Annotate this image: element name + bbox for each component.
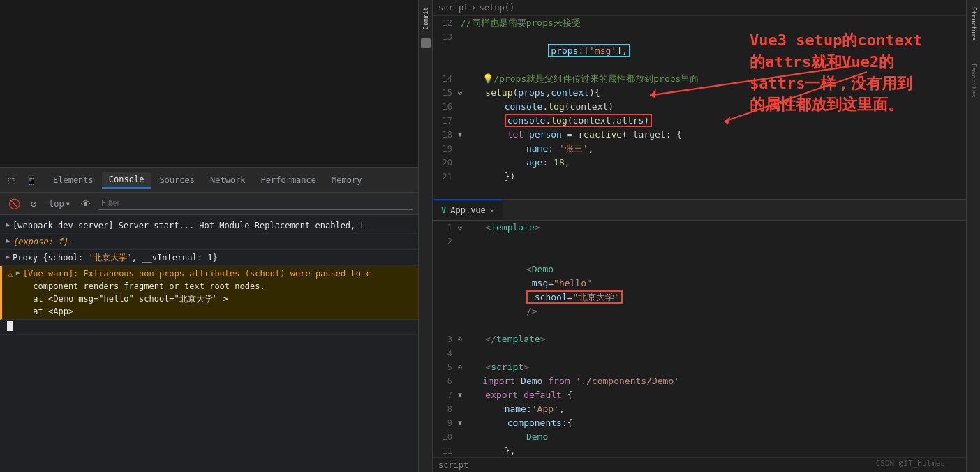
console-text-expose: {expose: f}	[13, 235, 413, 248]
sidebar-icon[interactable]	[421, 38, 431, 48]
editor-panel: Commit script › setup() 12 //同样也是需要props…	[419, 0, 980, 472]
breadcrumb-script: script	[438, 3, 468, 13]
tab-console[interactable]: Console	[102, 172, 151, 189]
vue-icon: V	[441, 205, 446, 215]
console-text-webpack: [webpack-dev-server] Server start... Hot…	[13, 219, 413, 232]
sidebar-favorites[interactable]: Favorites	[969, 59, 979, 102]
editor-sidebar: Commit	[419, 0, 433, 472]
inspect-icon[interactable]: ⬚	[3, 172, 20, 189]
console-text-warn: [Vue warn]: Extraneous non-props attribu…	[23, 267, 413, 318]
tab-sources[interactable]: Sources	[152, 172, 202, 188]
file-tab-label: App.vue	[450, 205, 486, 215]
console-text-proxy: Proxy {school: '北京大学', __vInternal: 1}	[13, 251, 413, 264]
code-line-15: 15 ⊘ setup(props,context){	[433, 86, 966, 100]
console-line-webpack: ▶ [webpack-dev-server] Server start... H…	[0, 218, 418, 234]
code-line-18: 18 ▼ let person = reactive( target: {	[433, 128, 966, 142]
expand-arrow-webpack[interactable]: ▶	[6, 219, 10, 230]
code-area-bottom: 1 ⊘ <template> 2 <Demo msg="hello" schoo…	[433, 221, 966, 472]
console-toolbar: 🚫 ⊘ top ▾ 👁	[0, 193, 418, 215]
code-area-top: 12 //同样也是需要props来接受 13 props:['msg'], 14…	[433, 16, 966, 199]
top-label: top	[49, 199, 64, 209]
code-line-13: 13 props:['msg'],	[433, 30, 966, 72]
editor-main: script › setup() 12 //同样也是需要props来接受 13 …	[433, 0, 966, 472]
code-line-17: 17 console.log(context.attrs)	[433, 114, 966, 128]
app-line-10: 10 Demo	[433, 430, 966, 444]
warn-icon: ⚠	[8, 267, 13, 281]
eye-icon[interactable]: 👁	[77, 196, 94, 212]
expand-arrow-proxy[interactable]: ▶	[6, 251, 10, 262]
console-content: ▶ [webpack-dev-server] Server start... H…	[0, 215, 418, 472]
editor-bottom-section: V App.vue ✕ 1 ⊘ <template> 2	[433, 200, 966, 472]
console-line-proxy: ▶ Proxy {school: '北京大学', __vInternal: 1}	[0, 250, 418, 266]
toolbar-icons: 🚫 ⊘	[6, 196, 42, 212]
app-line-1: 1 ⊘ <template>	[433, 221, 966, 235]
app-line-8: 8 name:'App',	[433, 402, 966, 416]
code-line-16: 16 console.log(context)	[433, 100, 966, 114]
csdn-watermark: CSDN @IT_Holmes	[876, 459, 945, 468]
file-tabbar: V App.vue ✕	[433, 200, 966, 221]
app-line-2: 2 <Demo msg="hello" school="北京大学" />	[433, 235, 966, 332]
filter-input[interactable]	[98, 197, 413, 210]
filter-icon[interactable]: ⊘	[25, 196, 42, 212]
breadcrumb-top: script › setup()	[433, 0, 966, 16]
console-cursor	[7, 321, 13, 331]
devtools-panel: ⬚ 📱 Elements Console Sources Network Per…	[0, 0, 419, 472]
sidebar-structure[interactable]: Structure	[969, 3, 979, 45]
app-line-6: 6 import Demo from './components/Demo'	[433, 374, 966, 388]
app-line-5: 5 ⊘ <script>	[433, 360, 966, 374]
clear-console-icon[interactable]: 🚫	[6, 196, 22, 212]
tab-memory[interactable]: Memory	[325, 172, 369, 188]
console-cursor-line[interactable]	[0, 320, 418, 335]
devtools-icons: ⬚ 📱	[3, 172, 39, 189]
console-line-expose: ▶ {expose: f}	[0, 234, 418, 250]
selector-arrow: ▾	[66, 199, 70, 209]
code-line-12: 12 //同样也是需要props来接受	[433, 16, 966, 30]
code-line-19: 19 name: '张三',	[433, 142, 966, 156]
editor-top-section: script › setup() 12 //同样也是需要props来接受 13 …	[433, 0, 966, 200]
tab-network[interactable]: Network	[203, 172, 253, 188]
devtools-tabbar: ⬚ 📱 Elements Console Sources Network Per…	[0, 168, 418, 193]
context-selector[interactable]: top ▾	[46, 198, 73, 210]
sidebar-commit[interactable]: Commit	[421, 3, 431, 34]
code-line-20: 20 age: 18,	[433, 156, 966, 170]
app-line-3: 3 ⊘ </template>	[433, 332, 966, 346]
tab-performance[interactable]: Performance	[254, 172, 323, 188]
app-line-11: 11 },	[433, 444, 966, 458]
expand-arrow-expose[interactable]: ▶	[6, 235, 10, 246]
code-line-14: 14 💡/props就是父组件传过来的属性都放到props里面	[433, 72, 966, 86]
device-icon[interactable]: 📱	[22, 172, 39, 189]
breadcrumb-setup: setup()	[480, 3, 515, 13]
app-line-4: 4	[433, 346, 966, 360]
app-line-7: 7 ▼ export default {	[433, 388, 966, 402]
file-tab-close[interactable]: ✕	[490, 207, 494, 214]
console-line-warn: ⚠ ▶ [Vue warn]: Extraneous non-props att…	[0, 266, 418, 320]
file-tab-appvue[interactable]: V App.vue ✕	[433, 200, 503, 220]
right-sidebar: Structure Favorites	[966, 0, 980, 472]
expand-arrow-warn[interactable]: ▶	[16, 267, 20, 278]
app-line-9: 9 ▼ components:{	[433, 416, 966, 430]
devtools-top-area	[0, 0, 418, 168]
code-line-21: 21 })	[433, 170, 966, 184]
tab-elements[interactable]: Elements	[46, 172, 101, 188]
